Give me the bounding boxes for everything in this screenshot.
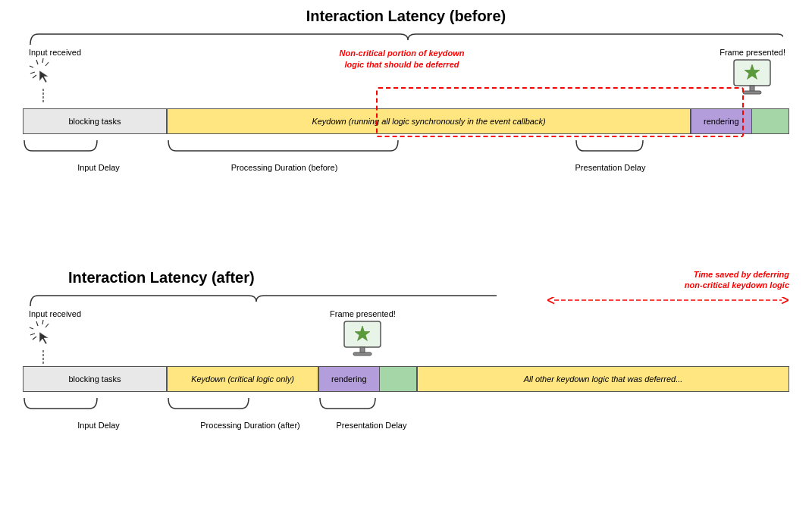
diagram-container: Interaction Latency (before) Input recei… <box>0 0 812 523</box>
blocking-tasks-bar-top: blocking tasks <box>23 108 167 134</box>
top-timeline-bars: blocking tasks Keydown (running all logi… <box>23 108 789 136</box>
rendering-bar-purple-bottom: rendering <box>318 366 379 392</box>
svg-line-16 <box>45 324 49 327</box>
keydown-bar-top: Keydown (running all logic synchronously… <box>167 108 691 134</box>
bottom-input-received: Input received <box>29 309 81 367</box>
top-title: Interaction Latency (before) <box>23 8 789 25</box>
spark-icon <box>29 58 58 87</box>
rendering-bar-green-bottom <box>379 366 417 392</box>
svg-line-13 <box>42 320 43 324</box>
processing-label-top: Processing Duration (before) <box>174 163 394 172</box>
bottom-brace-area: Input Delay Processing Duration (after) … <box>23 395 789 430</box>
blocking-tasks-bar-bottom: blocking tasks <box>23 366 167 392</box>
top-frame-presented: Frame presented! <box>720 48 785 100</box>
bottom-header: Interaction Latency (after) Time saved b… <box>23 269 789 287</box>
svg-line-15 <box>30 334 35 335</box>
spark-icon-bottom <box>29 320 58 349</box>
top-diagram: Interaction Latency (before) Input recei… <box>23 8 789 172</box>
svg-rect-22 <box>353 352 372 355</box>
svg-line-0 <box>36 60 38 64</box>
dashed-line-top <box>42 89 44 102</box>
keydown-bar-bottom: Keydown (critical logic only) <box>167 366 318 392</box>
bottom-frame-presented: Frame presented! <box>330 309 396 362</box>
rendering-group-bottom: rendering <box>318 366 417 393</box>
rendering-group-top: rendering <box>691 108 789 136</box>
bottom-timeline-bars: blocking tasks Keydown (critical logic o… <box>23 366 789 393</box>
presentation-label-top: Presentation Delay <box>550 163 671 172</box>
monitor-icon-bottom <box>338 320 387 362</box>
top-brace-area: Input Delay Processing Duration (before)… <box>23 137 789 172</box>
top-input-received: Input received <box>29 48 81 105</box>
top-full-brace <box>29 31 783 48</box>
svg-line-14 <box>30 327 33 329</box>
bottom-icons-row: Input received <box>23 309 789 366</box>
non-critical-label: Non-critical portion of keydown logic th… <box>303 48 500 71</box>
time-saved-label: Time saved by deferring non-critical key… <box>547 269 789 291</box>
svg-rect-10 <box>743 91 761 94</box>
svg-line-1 <box>42 58 43 63</box>
input-delay-label-bottom: Input Delay <box>30 421 167 430</box>
deferred-bar-bottom: All other keydown logic that was deferre… <box>417 366 789 392</box>
input-delay-label-top: Input Delay <box>30 163 167 172</box>
svg-line-2 <box>30 66 33 67</box>
dashed-line-bottom <box>42 350 44 364</box>
processing-label-bottom: Processing Duration (after) <box>174 421 326 430</box>
bottom-diagram: Interaction Latency (after) Time saved b… <box>23 269 789 430</box>
svg-line-5 <box>33 75 36 78</box>
svg-line-3 <box>30 72 35 74</box>
svg-line-17 <box>33 337 36 340</box>
rendering-bar-purple-top: rendering <box>691 108 751 134</box>
presentation-label-bottom: Presentation Delay <box>311 421 432 430</box>
bottom-full-brace <box>29 293 497 309</box>
svg-line-12 <box>36 321 38 326</box>
svg-line-4 <box>45 62 49 66</box>
monitor-icon-top <box>728 58 777 100</box>
rendering-bar-green-top <box>751 108 789 134</box>
